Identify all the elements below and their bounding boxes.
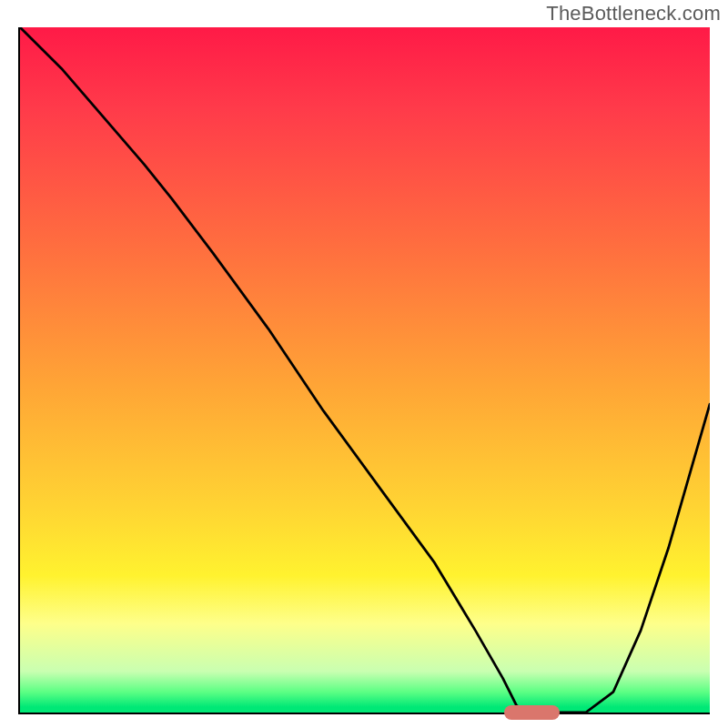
plot-area (18, 27, 710, 714)
watermark-text: TheBottleneck.com (546, 2, 721, 25)
curve-layer (20, 27, 710, 713)
optimal-zone-marker (504, 705, 560, 720)
bottleneck-curve-path (20, 27, 710, 713)
bottleneck-chart: TheBottleneck.com (0, 0, 728, 728)
